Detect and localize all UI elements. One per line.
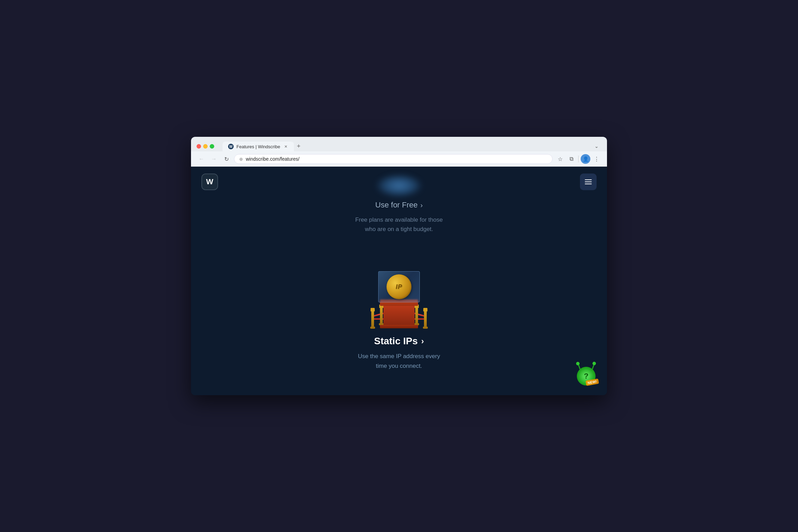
browser-window: W Features | Windscribe ✕ + ⌄ ← → ↻ ⊕ wi… bbox=[191, 137, 607, 395]
help-widget[interactable]: ? NEW! bbox=[575, 363, 597, 385]
new-tab-button[interactable]: + bbox=[294, 141, 303, 151]
website-content: W Use for Free › Free plans are availabl… bbox=[191, 167, 607, 395]
use-for-free-link[interactable]: Use for Free › bbox=[375, 201, 423, 210]
ip-coin: IP bbox=[387, 274, 411, 299]
browser-chrome: W Features | Windscribe ✕ + ⌄ ← → ↻ ⊕ wi… bbox=[191, 137, 607, 167]
glass-case: IP bbox=[378, 271, 420, 302]
pedestal bbox=[380, 300, 418, 327]
question-mark-icon: ? bbox=[584, 372, 588, 381]
bookmark-button[interactable]: ☆ bbox=[555, 154, 565, 164]
windscribe-logo[interactable]: W bbox=[201, 174, 218, 190]
chevron-right-icon: › bbox=[421, 336, 424, 346]
close-window-button[interactable] bbox=[197, 144, 201, 149]
active-tab[interactable]: W Features | Windscribe ✕ bbox=[223, 142, 294, 151]
profile-button[interactable]: 👤 bbox=[581, 154, 590, 164]
tab-bar: W Features | Windscribe ✕ + bbox=[223, 141, 589, 151]
toolbar-icons: ☆ ⧉ 👤 ⋮ bbox=[555, 154, 601, 164]
address-bar-row: ← → ↻ ⊕ windscribe.com/features/ ☆ ⧉ 👤 ⋮ bbox=[191, 151, 607, 167]
tab-close-button[interactable]: ✕ bbox=[283, 144, 288, 149]
antenna-right bbox=[592, 363, 595, 370]
help-alien-icon: ? NEW! bbox=[575, 363, 597, 385]
pedestal-body bbox=[383, 306, 415, 325]
chevron-right-icon: › bbox=[420, 201, 423, 209]
tab-title: Features | Windscribe bbox=[236, 144, 280, 149]
forward-button[interactable]: → bbox=[209, 154, 219, 164]
toolbar-separator bbox=[578, 156, 579, 162]
tab-favicon: W bbox=[228, 144, 234, 149]
hamburger-icon bbox=[585, 179, 592, 184]
menu-button[interactable]: ⋮ bbox=[592, 154, 601, 164]
title-bar: W Features | Windscribe ✕ + ⌄ bbox=[191, 137, 607, 151]
static-ips-link[interactable]: Static IPs › bbox=[374, 336, 424, 347]
back-button[interactable]: ← bbox=[197, 154, 206, 164]
static-ips-section: IP Static IPs › Use the same IP address … bbox=[191, 234, 607, 384]
url-display: windscribe.com/features/ bbox=[246, 156, 547, 162]
address-bar[interactable]: ⊕ windscribe.com/features/ bbox=[234, 154, 553, 164]
maximize-window-button[interactable] bbox=[210, 144, 214, 149]
hamburger-menu-button[interactable] bbox=[580, 174, 597, 190]
use-for-free-text: Use for Free bbox=[375, 201, 418, 210]
reload-button[interactable]: ↻ bbox=[222, 154, 231, 164]
minimize-window-button[interactable] bbox=[203, 144, 208, 149]
post-front-right bbox=[424, 310, 427, 327]
security-icon: ⊕ bbox=[239, 157, 243, 162]
traffic-lights bbox=[197, 144, 214, 149]
static-ips-title: Static IPs bbox=[374, 336, 418, 347]
static-ip-illustration: IP bbox=[364, 251, 434, 327]
use-for-free-subtitle: Free plans are available for those who a… bbox=[355, 215, 443, 234]
tab-list-button[interactable]: ⌄ bbox=[592, 141, 601, 151]
ip-coin-text: IP bbox=[396, 283, 402, 291]
site-nav: W bbox=[191, 167, 607, 197]
extensions-button[interactable]: ⧉ bbox=[566, 154, 576, 164]
post-front-left bbox=[371, 310, 374, 327]
pedestal-bottom bbox=[380, 325, 418, 328]
static-ips-description: Use the same IP address every time you c… bbox=[358, 352, 440, 370]
